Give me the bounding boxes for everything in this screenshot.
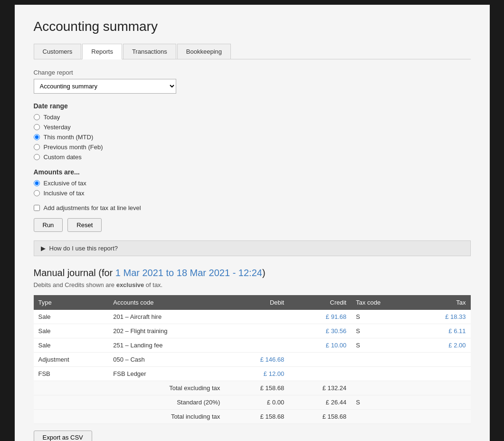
tab-customers[interactable]: Customers — [34, 44, 82, 59]
adjustments-checkbox-item[interactable]: Add adjustments for tax at line level — [34, 204, 471, 211]
total-including-tax-row: Total including tax £ 158.68 £ 158.68 — [34, 410, 471, 424]
row-debit — [227, 310, 289, 324]
total-excl-debit: £ 158.68 — [227, 381, 289, 395]
date-range-radio-group: Today Yesterday This month (MTD) Previou… — [34, 114, 471, 161]
row-tax-code: S — [351, 338, 415, 353]
subtitle-prefix: Debits and Credits shown are — [34, 281, 116, 288]
row-tax — [415, 367, 471, 381]
radio-custom[interactable]: Custom dates — [34, 153, 471, 161]
radio-prev-month-input[interactable] — [34, 144, 40, 150]
col-code: Accounts code — [108, 295, 227, 310]
standard-tax — [415, 395, 471, 410]
row-code: 202 – Flight training — [108, 324, 227, 338]
radio-exclusive-label: Exclusive of tax — [44, 180, 86, 187]
row-debit: £ 12.00 — [227, 367, 289, 381]
reset-button[interactable]: Reset — [67, 218, 102, 232]
page-title: Accounting summary — [34, 19, 471, 34]
radio-custom-input[interactable] — [34, 154, 40, 160]
report-date-link[interactable]: 1 Mar 2021 to 18 Mar 2021 - 12:24 — [115, 268, 262, 278]
standard-debit: £ 0.00 — [227, 395, 289, 410]
radio-today[interactable]: Today — [34, 114, 471, 121]
radio-prev-month-label: Previous month (Feb) — [44, 144, 103, 151]
report-title-prefix: Manual journal (for — [34, 268, 115, 278]
table-row: Sale 201 – Aircraft hire £ 91.68 S £ 18.… — [34, 310, 471, 324]
row-tax-code: S — [351, 310, 415, 324]
report-header: Manual journal (for 1 Mar 2021 to 18 Mar… — [34, 268, 471, 278]
row-code: 251 – Landing fee — [108, 338, 227, 353]
radio-mtd-label: This month (MTD) — [44, 134, 94, 141]
col-tax: Tax — [415, 295, 471, 310]
report-subtitle: Debits and Credits shown are exclusive o… — [34, 281, 471, 288]
row-code: 201 – Aircraft hire — [108, 310, 227, 324]
radio-today-input[interactable] — [34, 114, 40, 120]
row-credit — [289, 367, 351, 381]
tab-transactions[interactable]: Transactions — [123, 44, 176, 59]
radio-yesterday[interactable]: Yesterday — [34, 124, 471, 131]
total-incl-tax — [415, 410, 471, 424]
report-select[interactable]: Accounting summary Sales by customer Sal… — [34, 79, 176, 94]
adjustments-checkbox[interactable] — [34, 205, 40, 211]
radio-mtd[interactable]: This month (MTD) — [34, 134, 471, 141]
row-type: Sale — [34, 338, 109, 353]
radio-mtd-input[interactable] — [34, 134, 40, 140]
row-tax: £ 6.11 — [415, 324, 471, 338]
row-type: Adjustment — [34, 353, 109, 367]
date-range-section: Date range Today Yesterday This month (M… — [34, 102, 471, 161]
row-debit: £ 146.68 — [227, 353, 289, 367]
total-excl-credit: £ 132.24 — [289, 381, 351, 395]
subtitle-suffix: of tax. — [144, 281, 162, 288]
row-tax-code: S — [351, 324, 415, 338]
row-tax: £ 18.33 — [415, 310, 471, 324]
radio-yesterday-input[interactable] — [34, 124, 40, 130]
col-credit: Credit — [289, 295, 351, 310]
main-window: Accounting summary Customers Reports Tra… — [15, 5, 490, 441]
report-table: Type Accounts code Debit Credit Tax code… — [34, 295, 471, 424]
table-row: Sale 251 – Landing fee £ 10.00 S £ 2.00 — [34, 338, 471, 353]
radio-custom-label: Custom dates — [44, 153, 82, 161]
col-tax-code: Tax code — [351, 295, 415, 310]
help-label: How do I use this report? — [49, 245, 118, 252]
tab-bookkeeping[interactable]: Bookkeeping — [177, 44, 231, 59]
standard-label: Standard (20%) — [34, 395, 227, 410]
date-range-label: Date range — [34, 102, 471, 110]
radio-inclusive-input[interactable] — [34, 190, 40, 196]
tab-reports[interactable]: Reports — [82, 44, 122, 59]
radio-today-label: Today — [44, 114, 60, 121]
row-credit: £ 10.00 — [289, 338, 351, 353]
action-buttons: Run Reset — [34, 218, 471, 232]
radio-prev-month[interactable]: Previous month (Feb) — [34, 144, 471, 151]
run-button[interactable]: Run — [34, 218, 63, 232]
amounts-radio-group: Exclusive of tax Inclusive of tax — [34, 180, 471, 197]
radio-exclusive-input[interactable] — [34, 180, 40, 186]
total-incl-tax-code — [351, 410, 415, 424]
row-credit: £ 91.68 — [289, 310, 351, 324]
radio-inclusive[interactable]: Inclusive of tax — [34, 190, 471, 197]
row-tax: £ 2.00 — [415, 338, 471, 353]
total-incl-debit: £ 158.68 — [227, 410, 289, 424]
standard-tax-code: S — [351, 395, 415, 410]
row-debit — [227, 338, 289, 353]
total-incl-credit: £ 158.68 — [289, 410, 351, 424]
total-excl-tax-code — [351, 381, 415, 395]
help-bar[interactable]: ▶ How do I use this report? — [34, 240, 471, 256]
row-credit — [289, 353, 351, 367]
total-excl-label: Total excluding tax — [34, 381, 227, 395]
col-debit: Debit — [227, 295, 289, 310]
subtitle-highlight: exclusive — [116, 281, 144, 288]
standard-rate-row: Standard (20%) £ 0.00 £ 26.44 S — [34, 395, 471, 410]
table-row: Sale 202 – Flight training £ 30.56 S £ 6… — [34, 324, 471, 338]
report-title-suffix: ) — [262, 268, 266, 278]
total-excl-tax — [415, 381, 471, 395]
row-tax-code — [351, 353, 415, 367]
adjustments-label: Add adjustments for tax at line level — [44, 204, 141, 211]
help-icon: ▶ — [41, 245, 46, 252]
standard-credit: £ 26.44 — [289, 395, 351, 410]
export-csv-button[interactable]: Export as CSV — [34, 431, 92, 441]
radio-exclusive[interactable]: Exclusive of tax — [34, 180, 471, 187]
row-type: Sale — [34, 310, 109, 324]
row-code: FSB Ledger — [108, 367, 227, 381]
row-tax — [415, 353, 471, 367]
amounts-label: Amounts are... — [34, 168, 471, 176]
col-type: Type — [34, 295, 109, 310]
row-code: 050 – Cash — [108, 353, 227, 367]
